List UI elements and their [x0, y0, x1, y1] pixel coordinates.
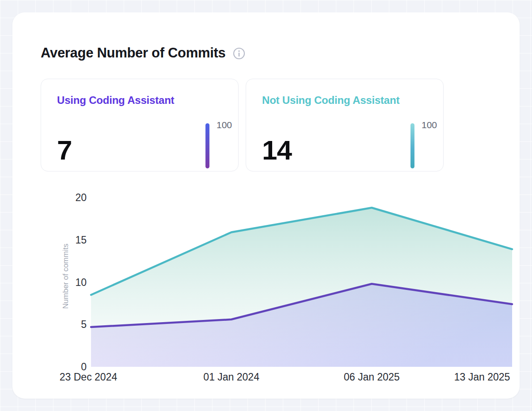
y-tick-label: 10: [51, 276, 87, 289]
x-tick-label: 23 Dec 2024: [35, 370, 141, 384]
chart-card: Average Number of Commits Using Coding A…: [12, 12, 520, 399]
x-tick-label: 13 Jan 2025: [429, 370, 532, 384]
area-chart: Number of commits 05101520 23 Dec 202401…: [12, 12, 520, 399]
y-tick-label: 5: [51, 318, 87, 331]
y-tick-label: 15: [51, 234, 87, 246]
plot-surface[interactable]: [91, 198, 512, 367]
x-tick-label: 06 Jan 2025: [319, 370, 425, 384]
x-tick-label: 01 Jan 2024: [179, 370, 285, 384]
y-tick-label: 20: [51, 191, 87, 204]
